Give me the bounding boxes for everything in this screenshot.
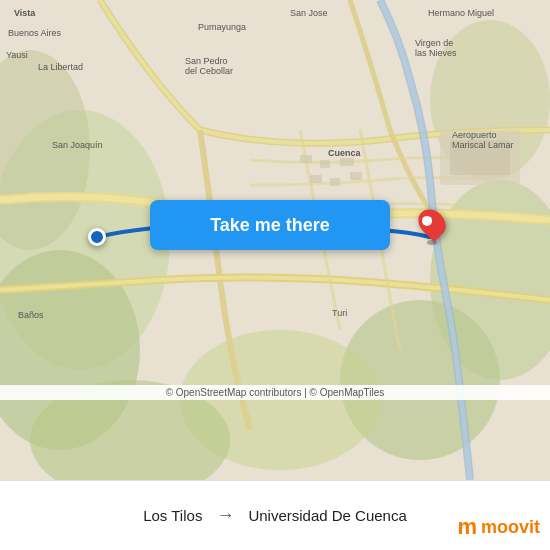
take-me-there-button[interactable]: Take me there	[150, 200, 390, 250]
label-san-joaquin: San Joaquín	[52, 140, 103, 150]
map-container: Vista Buenos Aires Yausi La Libertad San…	[0, 0, 550, 480]
svg-rect-11	[300, 155, 312, 163]
label-la-libertad: La Libertad	[38, 62, 83, 72]
origin-marker	[88, 228, 106, 246]
svg-rect-12	[320, 160, 330, 168]
label-virgen: Virgen delas Nieves	[415, 38, 457, 58]
label-hermano-miguel: Hermano Miguel	[428, 8, 494, 18]
svg-rect-14	[310, 175, 322, 183]
label-cuenca: Cuenca	[328, 148, 361, 158]
label-yausi: Yausi	[6, 50, 28, 60]
label-san-jose: San Jose	[290, 8, 328, 18]
moovit-logo: m moovit	[457, 514, 540, 540]
svg-rect-13	[340, 158, 354, 166]
label-san-pedro: San Pedrodel Cebollar	[185, 56, 233, 76]
label-pumayunga: Pumayunga	[198, 22, 246, 32]
svg-rect-15	[330, 178, 340, 186]
moovit-icon: m	[457, 514, 477, 540]
label-aeropuerto: AeropuertoMariscal Lamar	[452, 130, 514, 150]
moovit-name: moovit	[481, 517, 540, 538]
origin-label: Los Tilos	[143, 507, 202, 524]
label-turi: Turi	[332, 308, 347, 318]
bottom-bar: Los Tilos → Universidad De Cuenca m moov…	[0, 480, 550, 550]
label-buenos-aires: Buenos Aires	[8, 28, 61, 38]
app: Vista Buenos Aires Yausi La Libertad San…	[0, 0, 550, 550]
svg-rect-16	[350, 172, 362, 180]
route-label: Los Tilos → Universidad De Cuenca	[143, 505, 407, 526]
destination-label: Universidad De Cuenca	[248, 507, 406, 524]
destination-marker	[420, 208, 444, 245]
map-attribution: © OpenStreetMap contributors | © OpenMap…	[0, 385, 550, 400]
route-arrow-icon: →	[216, 505, 234, 526]
label-banos: Baños	[18, 310, 44, 320]
label-vista: Vista	[14, 8, 35, 18]
